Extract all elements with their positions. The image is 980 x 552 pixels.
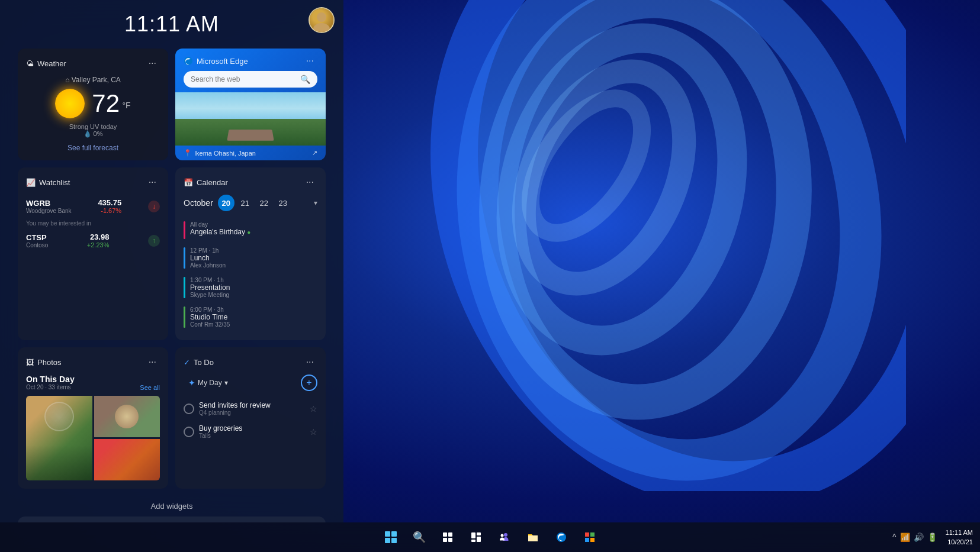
photos-grid <box>26 396 160 480</box>
edge-search-input[interactable] <box>191 75 295 83</box>
win-logo-br <box>391 538 397 543</box>
todo-checkbox-2[interactable] <box>184 427 194 437</box>
user-avatar[interactable] <box>309 7 335 33</box>
edge-search-bar[interactable]: 🔍 <box>184 71 317 88</box>
todo-menu-btn[interactable]: ··· <box>303 356 317 369</box>
watchlist-header: 📈 Watchlist ··· <box>26 176 160 189</box>
todo-star-1[interactable]: ☆ <box>310 404 317 414</box>
start-button[interactable] <box>378 524 404 550</box>
stock-item-1: WGRB Woodgrove Bank 435.75 -1.67% ↓ <box>26 195 160 218</box>
svg-point-7 <box>313 23 330 32</box>
taskbar-edge-btn[interactable] <box>548 524 574 550</box>
svg-point-6 <box>317 12 326 22</box>
svg-rect-16 <box>471 540 475 542</box>
svg-rect-13 <box>471 532 475 538</box>
todo-title: ✓ To Do <box>184 358 214 367</box>
taskbar-clock[interactable]: 11:11 AM 10/20/21 <box>946 528 973 547</box>
network-icon: 📶 <box>900 532 910 542</box>
edge-location: 📍 Ikema Ohashi, Japan ↗ <box>175 146 326 160</box>
svg-rect-21 <box>590 532 595 537</box>
cal-day-21[interactable]: 21 <box>237 195 253 211</box>
taskbar-explorer-btn[interactable] <box>520 524 546 550</box>
photos-title: 🖼 Photos <box>26 358 61 367</box>
svg-rect-9 <box>443 532 447 537</box>
todo-star-2[interactable]: ☆ <box>310 427 317 437</box>
photo-thumb-2[interactable] <box>94 396 160 437</box>
calendar-event-studio: 6:00 PM · 3h Studio Time Conf Rm 32/35 <box>184 302 317 332</box>
calendar-title: 📅 Calendar <box>184 178 228 187</box>
windows-logo <box>385 531 397 543</box>
add-todo-btn[interactable]: + <box>301 375 317 391</box>
top-stories-section: TOP STORIES U USA Today · 3 mins One of … <box>18 517 326 522</box>
time-display: 11:11 AM <box>18 0 326 49</box>
todo-item-2: Buy groceries Tails ☆ <box>184 420 317 443</box>
event-stripe-green <box>184 306 185 328</box>
svg-rect-23 <box>590 538 595 542</box>
photos-meta: Oct 20 · 33 items See all <box>26 384 160 391</box>
photos-info: On This Day Oct 20 · 33 items See all <box>26 375 160 391</box>
svg-point-17 <box>504 533 507 537</box>
todo-item-1: Send invites for review Q4 planning ☆ <box>184 397 317 420</box>
weather-precip: 💧 0% <box>26 130 160 138</box>
calendar-event-allday: All day Angela's Birthday ● <box>184 217 317 243</box>
taskbar-teams-btn[interactable] <box>491 524 518 550</box>
taskbar-search-btn[interactable]: 🔍 <box>406 524 432 550</box>
stock-item-2: CTSP Contoso 23.98 +2.23% ↑ <box>26 229 160 252</box>
calendar-menu-btn[interactable]: ··· <box>303 176 317 189</box>
photos-icon: 🖼 <box>26 358 34 367</box>
stock2-direction-icon: ↑ <box>148 235 160 247</box>
taskbar-widgets-btn[interactable] <box>463 524 489 550</box>
photo-thumb-3[interactable] <box>94 439 160 480</box>
cal-day-23[interactable]: 23 <box>275 195 291 211</box>
my-day-icon: ✦ <box>188 378 195 388</box>
todo-header: ✓ To Do ··· <box>184 356 317 369</box>
edge-header: Microsoft Edge ··· <box>175 49 326 71</box>
add-widgets-btn[interactable]: Add widgets <box>18 496 326 517</box>
weather-location: ⌂ Valley Park, CA <box>26 76 160 84</box>
edge-expand-btn[interactable]: ↗ <box>312 149 317 157</box>
widget-panel: 11:11 AM 🌤 Weather ··· <box>0 0 343 522</box>
taskbar-taskview-btn[interactable] <box>435 524 461 550</box>
todo-subheader: ✦ My Day ▾ + <box>184 375 317 391</box>
svg-rect-11 <box>443 538 447 542</box>
taskbar-store-btn[interactable] <box>577 524 603 550</box>
todo-icon: ✓ <box>184 358 190 367</box>
edge-menu-btn[interactable]: ··· <box>303 54 317 67</box>
taskbar: 🔍 <box>0 522 980 552</box>
weather-header: 🌤 Weather ··· <box>26 57 160 70</box>
todo-checkbox-1[interactable] <box>184 403 194 414</box>
weather-menu-btn[interactable]: ··· <box>145 57 160 70</box>
weather-icon: 🌤 <box>26 59 34 68</box>
watchlist-widget: 📈 Watchlist ··· WGRB Woodgrove Bank 435.… <box>18 167 168 340</box>
svg-rect-12 <box>448 538 452 542</box>
calendar-expand-btn[interactable]: ▾ <box>314 199 317 207</box>
edge-hero-image <box>175 92 326 146</box>
watchlist-icon: 📈 <box>26 178 36 187</box>
svg-rect-22 <box>585 538 589 542</box>
taskbar-sys-tray[interactable]: ^ 📶 🔊 🔋 <box>888 530 942 544</box>
svg-rect-15 <box>477 537 481 542</box>
cal-day-20[interactable]: 20 <box>218 195 234 211</box>
watchlist-menu-btn[interactable]: ··· <box>145 176 160 189</box>
svg-rect-20 <box>585 532 589 537</box>
edge-title: Microsoft Edge <box>184 56 248 66</box>
cal-day-22[interactable]: 22 <box>256 195 272 211</box>
photos-widget: 🖼 Photos ··· On This Day Oct 20 · 33 ite… <box>18 347 168 489</box>
event-stripe-teal <box>184 277 185 298</box>
svg-rect-10 <box>448 532 452 537</box>
battery-icon: 🔋 <box>927 532 937 542</box>
svg-point-18 <box>500 534 503 537</box>
weather-widget: 🌤 Weather ··· ⌂ Valley Park, CA 72 °F <box>18 49 168 160</box>
weather-main: 72 °F <box>26 89 160 118</box>
calendar-nav: October 20 21 22 23 ▾ <box>184 195 317 211</box>
forecast-link[interactable]: See full forecast <box>26 144 160 152</box>
calendar-days: 20 21 22 23 <box>218 195 291 211</box>
win-logo-tl <box>385 531 390 537</box>
desktop-wallpaper <box>343 0 980 522</box>
taskbar-center: 🔍 <box>378 524 603 550</box>
photos-menu-btn[interactable]: ··· <box>145 356 160 369</box>
taskbar-right: ^ 📶 🔊 🔋 11:11 AM 10/20/21 <box>888 528 973 547</box>
photo-thumb-1[interactable] <box>26 396 92 480</box>
my-day-btn[interactable]: ✦ My Day ▾ <box>184 376 233 390</box>
photos-see-all[interactable]: See all <box>140 384 160 391</box>
